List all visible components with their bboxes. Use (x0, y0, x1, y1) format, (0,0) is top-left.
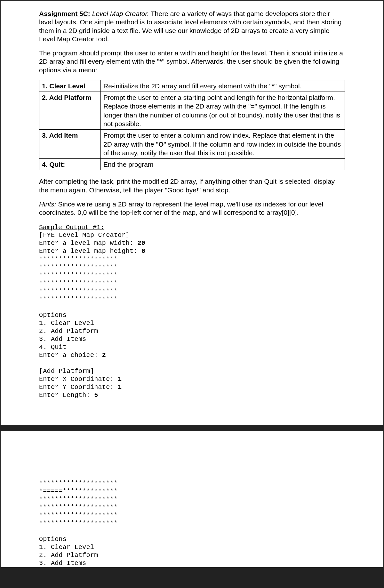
page-gap (0, 425, 384, 431)
hints-label: Hints: (39, 200, 56, 208)
after-paragraph: After completing the task, print the mod… (39, 177, 345, 194)
option-desc: Prompt the user to enter a starting poin… (101, 92, 345, 130)
option-desc: Re-initialize the 2D array and fill ever… (101, 80, 345, 92)
options-table: 1. Clear Level Re-initialize the 2D arra… (39, 80, 345, 171)
hints-text: Since we're using a 2D array to represen… (39, 200, 323, 216)
option-name: 2. Add Platform (39, 92, 101, 130)
table-row: 3. Add Item Prompt the user to enter a c… (39, 130, 345, 159)
table-row: 4. Quit: End the program (39, 159, 345, 170)
option-desc: Prompt the user to enter a column and ro… (101, 130, 345, 159)
page-1: Assignment 5C: Level Map Creator. There … (0, 0, 384, 425)
assignment-label: Assignment 5C: (39, 10, 90, 17)
option-desc: End the program (101, 159, 345, 170)
table-row: 1. Clear Level Re-initialize the 2D arra… (39, 80, 345, 92)
option-name: 4. Quit: (39, 159, 101, 170)
document-viewport: Assignment 5C: Level Map Creator. There … (0, 0, 384, 568)
page-2: ******************** *=====*************… (0, 431, 384, 568)
assignment-title: Level Map Creator. (92, 10, 149, 17)
hints-paragraph: Hints: Since we're using a 2D array to r… (39, 200, 345, 217)
sample-output-heading: Sample Output #1: (39, 224, 345, 231)
option-name: 3. Add Item (39, 130, 101, 159)
sample-output-1: [FYE Level Map Creator] Enter a level ma… (39, 231, 345, 399)
option-name: 1. Clear Level (39, 80, 101, 92)
setup-paragraph: The program should prompt the user to en… (39, 49, 345, 74)
table-row: 2. Add Platform Prompt the user to enter… (39, 92, 345, 130)
sample-output-2: ******************** *=====*************… (39, 479, 345, 567)
intro-paragraph: Assignment 5C: Level Map Creator. There … (39, 10, 345, 43)
